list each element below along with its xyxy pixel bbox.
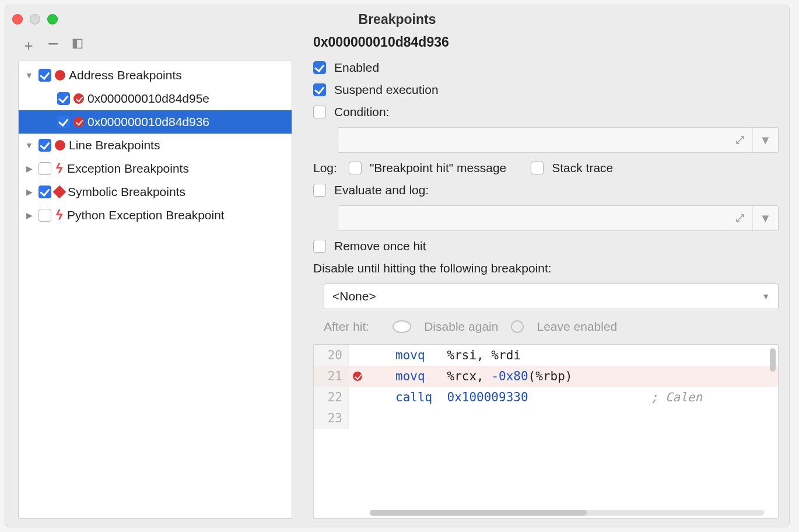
log-hit-label: "Breakpoint hit" message <box>370 161 506 175</box>
after-leave-label: Leave enabled <box>537 320 617 334</box>
condition-label: Condition: <box>334 105 390 119</box>
code-preview[interactable]: 20 movq %rsi, %rdi 21 movq %rcx, -0x80(%… <box>313 344 779 519</box>
item-label: 0x000000010d84d95e <box>87 92 209 106</box>
detail-title: 0x000000010d84d936 <box>313 34 779 50</box>
expand-editor-icon[interactable] <box>727 128 752 152</box>
remove-breakpoint-button[interactable]: − <box>46 40 60 47</box>
tree-group-python-exception[interactable]: ▶ ϟ Python Exception Breakpoint <box>19 204 292 227</box>
breakpoint-toolbar: + − <box>18 33 292 61</box>
lightning-icon: ϟ <box>54 208 65 223</box>
tree-item-0x95e[interactable]: 0x000000010d84d95e <box>19 87 292 110</box>
code-line-22: 22 callq 0x100009330; Calen <box>314 387 778 408</box>
enabled-option[interactable]: Enabled <box>313 61 779 75</box>
code-line-23: 23 <box>314 408 778 429</box>
log-row: Log: "Breakpoint hit" message Stack trac… <box>313 161 779 175</box>
group-checkbox[interactable] <box>38 186 51 198</box>
group-checkbox[interactable] <box>38 139 51 152</box>
window-controls <box>12 14 58 24</box>
code-line-20: 20 movq %rsi, %rdi <box>314 345 778 366</box>
remove-checkbox[interactable] <box>313 240 326 253</box>
minimize-window-button[interactable] <box>30 14 40 24</box>
code-line-21: 21 movq %rcx, -0x80(%rbp) <box>314 366 778 387</box>
horizontal-scrollbar[interactable] <box>370 510 764 516</box>
chevron-down-icon: ▼ <box>762 292 770 301</box>
after-leave-radio[interactable] <box>511 320 524 333</box>
expand-icon[interactable]: ▶ <box>23 164 35 173</box>
disable-until-label: Disable until hitting the following brea… <box>313 261 779 275</box>
history-dropdown-icon[interactable]: ▼ <box>752 128 778 152</box>
log-label: Log: <box>313 161 337 175</box>
group-checkbox[interactable] <box>38 162 51 175</box>
expand-icon[interactable]: ▶ <box>23 187 35 197</box>
line-number: 21 <box>314 366 349 387</box>
close-window-button[interactable] <box>12 14 23 24</box>
svg-rect-1 <box>73 40 78 48</box>
eval-text[interactable] <box>338 206 727 230</box>
after-disable-label: Disable again <box>424 320 498 334</box>
disable-until-select[interactable]: <None> ▼ <box>324 284 779 309</box>
tree-group-line[interactable]: ▼ Line Breakpoints <box>19 134 292 157</box>
breakpoint-diamond-icon <box>53 186 66 199</box>
suspend-option[interactable]: Suspend execution <box>313 83 779 97</box>
breakpoint-dot-icon <box>55 70 65 80</box>
vertical-scrollbar[interactable] <box>770 348 776 372</box>
breakpoint-check-icon <box>73 93 84 104</box>
eval-label: Evaluate and log: <box>334 183 429 197</box>
eval-input[interactable]: ▼ <box>338 205 779 231</box>
group-checkbox[interactable] <box>38 69 51 82</box>
remove-label: Remove once hit <box>334 239 426 253</box>
enabled-checkbox[interactable] <box>313 61 326 74</box>
window-title: Breakpoints <box>5 12 789 27</box>
suspend-label: Suspend execution <box>334 83 439 97</box>
breakpoint-list-panel: + − ▼ Address Breakpoints 0 <box>18 33 292 519</box>
log-stack-checkbox[interactable] <box>531 162 544 174</box>
log-hit-checkbox[interactable] <box>349 162 362 174</box>
history-dropdown-icon[interactable]: ▼ <box>752 206 778 230</box>
expand-icon[interactable]: ▶ <box>23 211 35 220</box>
group-label: Line Breakpoints <box>69 138 160 152</box>
breakpoints-dialog: Breakpoints + − ▼ Address Breakpoints <box>5 5 790 527</box>
group-by-button[interactable] <box>71 38 85 52</box>
condition-input[interactable]: ▼ <box>338 127 779 153</box>
group-label: Python Exception Breakpoint <box>67 208 225 222</box>
add-breakpoint-button[interactable]: + <box>22 40 36 51</box>
breakpoint-check-icon <box>73 117 84 127</box>
line-number: 20 <box>314 345 349 366</box>
tree-item-0x936[interactable]: 0x000000010d84d936 <box>19 110 292 134</box>
titlebar: Breakpoints <box>5 5 789 33</box>
lightning-icon: ϟ <box>54 161 65 176</box>
tree-group-address[interactable]: ▼ Address Breakpoints <box>19 64 292 87</box>
tree-group-exception[interactable]: ▶ ϟ Exception Breakpoints <box>19 157 292 180</box>
log-stack-label: Stack trace <box>552 161 613 175</box>
scrollbar-thumb[interactable] <box>370 510 587 516</box>
expand-icon[interactable]: ▼ <box>23 71 35 80</box>
after-hit-label: After hit: <box>324 320 369 334</box>
enabled-label: Enabled <box>334 61 379 75</box>
eval-option[interactable]: Evaluate and log: <box>313 183 779 197</box>
suspend-checkbox[interactable] <box>313 83 326 96</box>
line-number: 23 <box>314 408 349 429</box>
group-label: Symbolic Breakpoints <box>68 185 185 199</box>
disable-until-value: <None> <box>332 289 376 303</box>
condition-field-row: ▼ <box>338 127 779 153</box>
remove-option[interactable]: Remove once hit <box>313 239 779 253</box>
eval-field-row: ▼ <box>338 205 779 231</box>
group-checkbox[interactable] <box>38 209 51 222</box>
item-checkbox[interactable] <box>57 92 70 105</box>
breakpoint-detail-panel: 0x000000010d84d936 Enabled Suspend execu… <box>292 33 779 519</box>
expand-icon[interactable]: ▼ <box>23 141 35 150</box>
line-number: 22 <box>314 387 349 408</box>
expand-editor-icon[interactable] <box>727 206 752 230</box>
breakpoint-dot-icon <box>55 140 65 150</box>
eval-checkbox[interactable] <box>313 184 326 197</box>
condition-checkbox[interactable] <box>313 106 326 118</box>
zoom-window-button[interactable] <box>47 14 58 24</box>
breakpoint-tree[interactable]: ▼ Address Breakpoints 0x000000010d84d95e… <box>18 61 292 519</box>
after-disable-radio[interactable] <box>393 320 411 333</box>
condition-option[interactable]: Condition: <box>313 105 779 119</box>
breakpoint-gutter-icon[interactable] <box>353 372 362 381</box>
condition-text[interactable] <box>338 128 727 152</box>
item-checkbox[interactable] <box>57 116 70 128</box>
after-hit-row: After hit: Disable again Leave enabled <box>324 320 779 334</box>
tree-group-symbolic[interactable]: ▶ Symbolic Breakpoints <box>19 180 292 204</box>
